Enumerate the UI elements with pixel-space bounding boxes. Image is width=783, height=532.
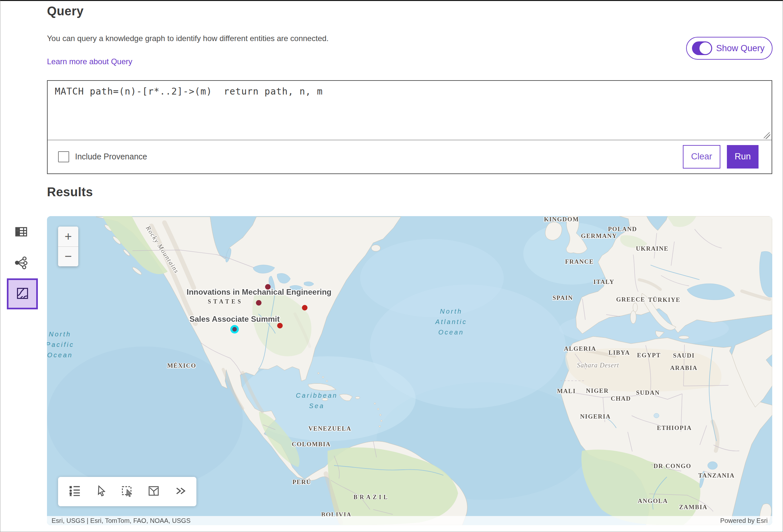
- pointer-icon: [94, 484, 108, 499]
- toggle-on-icon[interactable]: [692, 41, 712, 55]
- basemap-label: PERÚ: [292, 478, 311, 486]
- pointer-tool[interactable]: [91, 482, 111, 501]
- basemap-label: BRAZIL: [353, 494, 389, 501]
- basemap-label: GERMANY: [581, 232, 617, 240]
- basemap-label: COLOMBIA: [292, 441, 331, 448]
- basemap-label: POLAND: [608, 226, 637, 233]
- basemap-label: Sahara Desert: [577, 362, 619, 369]
- basemap-label: KINGDOM: [544, 216, 579, 223]
- basemap-label: TÜRKIYE: [648, 296, 680, 303]
- basemap-label: MÉXICO: [167, 362, 196, 369]
- expand-toolbar-tool[interactable]: [170, 482, 190, 501]
- basemap-label: ARABIA: [670, 364, 697, 372]
- basemap-label: NIGER: [586, 387, 609, 394]
- basemap-label: ALGERIA: [564, 345, 596, 353]
- query-description: You can query a knowledge graph to ident…: [47, 34, 328, 43]
- result-entity-label: Innovations in Mechanical Engineering: [187, 288, 332, 297]
- resize-handle-icon[interactable]: [764, 132, 770, 139]
- basemap-label: TANZANIA: [698, 472, 735, 479]
- map-view-icon: [15, 287, 29, 302]
- results-title: Results: [47, 185, 93, 199]
- show-query-toggle[interactable]: Show Query: [686, 37, 773, 60]
- map-zoom-control: + −: [58, 227, 78, 266]
- legend-icon: [67, 484, 81, 499]
- select-by-rectangle-tool[interactable]: [118, 482, 137, 501]
- query-form: MATCH path=(n)-[r*..2]->(m) return path,…: [47, 80, 772, 174]
- link-chart-view-icon: [14, 256, 28, 271]
- basemap-label: ZAMBIA: [679, 504, 707, 511]
- zoom-out-button[interactable]: −: [58, 247, 78, 267]
- basemap-label: LIBYA: [608, 349, 630, 356]
- result-marker[interactable]: [256, 300, 262, 306]
- result-marker[interactable]: [277, 323, 283, 329]
- basemap-label: CHAD: [611, 395, 631, 402]
- basemap-label: GREECE: [616, 296, 645, 303]
- legend-tool[interactable]: [65, 482, 84, 501]
- select-by-rectangle-icon: [120, 484, 134, 499]
- view-rail-table-view[interactable]: [11, 222, 32, 243]
- powered-by-esri: Powered by Esri: [720, 517, 768, 525]
- basemap-label: STATES: [208, 298, 243, 305]
- basemap-label: SPAIN: [552, 294, 573, 302]
- query-title: Query: [47, 4, 84, 18]
- basemap-label: FRANCE: [565, 258, 594, 265]
- select-by-polygon-icon: [147, 484, 160, 499]
- view-rail-link-chart-view[interactable]: [11, 253, 32, 274]
- show-query-label: Show Query: [716, 43, 765, 54]
- basemap-label: EGYPT: [637, 352, 661, 359]
- results-map[interactable]: + − KINGDOMPOLANDGERMANYUKRAINEFRANCEITA…: [47, 216, 772, 525]
- query-page: Query You can query a knowledge graph to…: [0, 0, 783, 532]
- basemap-label: SUDAN: [636, 389, 660, 396]
- clear-button[interactable]: Clear: [683, 145, 720, 169]
- basemap-label: ANGOLA: [638, 497, 668, 505]
- result-entity-label: Sales Associate Summit: [190, 314, 280, 324]
- basemap-label: ETHIOPIA: [657, 425, 692, 432]
- include-provenance-checkbox[interactable]: [58, 151, 69, 162]
- expand-toolbar-icon: [173, 484, 187, 499]
- query-footer: Include Provenance Clear Run: [48, 140, 772, 173]
- attribution-sources: Esri, USGS | Esri, TomTom, FAO, NOAA, US…: [52, 517, 191, 525]
- view-rail-map-view-selected[interactable]: [7, 278, 38, 309]
- ocean-label: CaribbeanSea: [296, 390, 338, 411]
- result-marker[interactable]: [302, 305, 308, 311]
- result-marker-selected[interactable]: [230, 325, 239, 333]
- basemap-label: ITALY: [593, 278, 615, 286]
- include-provenance-label: Include Provenance: [75, 152, 147, 161]
- zoom-in-button[interactable]: +: [58, 227, 78, 247]
- query-input[interactable]: MATCH path=(n)-[r*..2]->(m) return path,…: [48, 81, 772, 140]
- basemap-label: MALI: [557, 388, 576, 395]
- basemap-label: UKRAINE: [636, 245, 668, 252]
- run-button[interactable]: Run: [727, 145, 758, 169]
- basemap-label: SAUDI: [673, 352, 695, 359]
- ocean-label: NorthAtlanticOcean: [435, 306, 467, 337]
- select-by-polygon-tool[interactable]: [144, 482, 163, 501]
- table-view-icon: [14, 225, 28, 240]
- map-toolbar: [58, 477, 196, 506]
- learn-more-link[interactable]: Learn more about Query: [47, 57, 132, 66]
- map-attribution: Esri, USGS | Esri, TomTom, FAO, NOAA, US…: [47, 516, 772, 525]
- ocean-label: NorthPacificOcean: [47, 329, 74, 360]
- basemap-label: DR CONGO: [654, 463, 691, 470]
- basemap-label: NIGERIA: [580, 413, 611, 420]
- basemap-label: VENEZUELA: [308, 425, 351, 432]
